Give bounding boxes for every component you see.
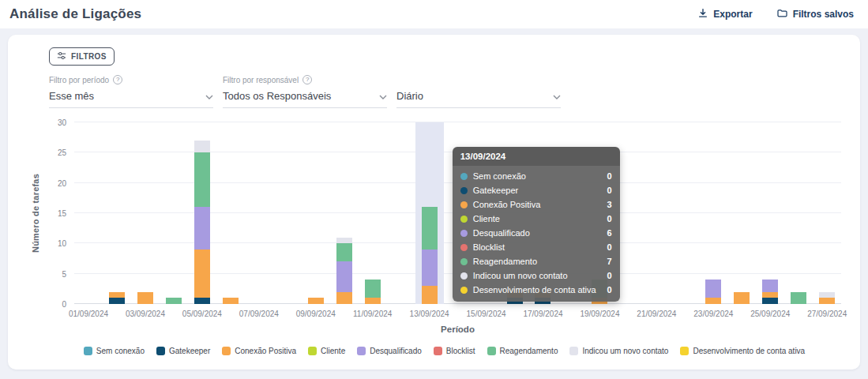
filter-period-select[interactable]: Esse mês (49, 90, 213, 108)
stacked-bar[interactable] (422, 207, 438, 304)
filter-responsible-label: Filtro por responsável ? (223, 75, 387, 84)
bar-segment[interactable] (705, 298, 721, 304)
filter-period-label: Filtro por período ? (49, 75, 213, 84)
bar-segment[interactable] (137, 292, 153, 304)
y-axis-title: Número de tarefas (31, 174, 40, 253)
x-tick: 27/09/2024 (813, 304, 841, 318)
y-tick-label: 25 (58, 148, 66, 157)
tooltip-series-label: Conexão Positiva (473, 200, 602, 209)
legend-item[interactable]: Desqualificado (357, 347, 422, 355)
x-axis-ticks: 01/09/202403/09/202405/09/202407/09/2024… (74, 304, 841, 318)
bar-slot[interactable] (216, 122, 245, 304)
bar-segment[interactable] (422, 250, 438, 286)
stacked-bar[interactable] (762, 280, 778, 304)
bar-segment[interactable] (166, 298, 182, 304)
legend-item[interactable]: Desenvolvimento de conta ativa (680, 347, 805, 355)
stacked-bar[interactable] (791, 292, 806, 304)
stacked-bar[interactable] (109, 292, 125, 304)
bar-segment[interactable] (194, 152, 210, 207)
bar-slot[interactable] (642, 122, 671, 304)
bar-segment[interactable] (194, 207, 210, 250)
stacked-bar[interactable] (705, 280, 721, 304)
stacked-bar[interactable] (137, 292, 153, 304)
bar-slot[interactable] (131, 122, 160, 304)
bar-segment[interactable] (422, 207, 438, 250)
bar-slot[interactable] (160, 122, 188, 304)
bar-segment[interactable] (194, 298, 210, 304)
bar-segment[interactable] (365, 298, 381, 304)
bar-segment[interactable] (109, 292, 125, 298)
bar-segment[interactable] (336, 243, 352, 261)
stacked-bar[interactable] (223, 298, 239, 304)
question-circle-icon[interactable]: ? (302, 75, 312, 84)
bar-slot[interactable] (727, 122, 756, 304)
y-tick-label: 0 (62, 300, 66, 309)
filters-button[interactable]: FILTROS (49, 47, 115, 66)
tooltip-series-label: Desenvolvimento de conta ativa (473, 285, 602, 295)
granularity-select[interactable]: Diário (396, 90, 561, 108)
legend-swatch (569, 347, 578, 355)
bar-segment[interactable] (194, 141, 210, 152)
question-circle-icon[interactable]: ? (113, 75, 122, 84)
legend-item[interactable]: Cliente (308, 347, 345, 355)
bar-slot[interactable] (756, 122, 784, 304)
bar-segment[interactable] (308, 298, 324, 304)
bar-segment[interactable] (819, 298, 835, 304)
bar-segment[interactable] (336, 238, 352, 244)
bar-slot[interactable] (273, 122, 302, 304)
bar-slot[interactable] (387, 122, 415, 304)
stacked-bar[interactable] (336, 238, 352, 304)
tooltip-series-dot (460, 187, 468, 194)
legend-item[interactable]: Indicou um novo contato (569, 347, 668, 355)
stacked-bar[interactable] (819, 292, 835, 304)
tooltip-series-value: 0 (607, 214, 612, 223)
filter-responsible-select[interactable]: Todos os Responsáveis (223, 90, 387, 108)
bar-segment[interactable] (194, 250, 210, 298)
tooltip-series-dot (460, 244, 468, 251)
bar-slot[interactable] (415, 122, 444, 304)
bar-segment[interactable] (819, 292, 835, 298)
legend-item[interactable]: Sem conexão (84, 347, 145, 355)
bar-slot[interactable] (813, 122, 841, 304)
stacked-bar[interactable] (166, 298, 182, 304)
bar-slot[interactable] (671, 122, 699, 304)
bar-slot[interactable] (103, 122, 131, 304)
bar-slot[interactable] (784, 122, 813, 304)
export-button[interactable]: Exportar (697, 8, 752, 21)
bar-slot[interactable] (699, 122, 727, 304)
bar-segment[interactable] (336, 292, 352, 304)
legend-swatch (434, 347, 442, 355)
bar-segment[interactable] (223, 298, 239, 304)
x-tick: 01/09/2024 (74, 304, 103, 318)
bar-segment[interactable] (734, 292, 750, 304)
y-tick-label: 15 (58, 209, 66, 218)
tooltip-series-value: 0 (607, 171, 612, 181)
bar-slot[interactable] (330, 122, 359, 304)
stacked-bar[interactable] (308, 298, 324, 304)
stacked-bar[interactable] (734, 292, 750, 304)
bar-segment[interactable] (762, 280, 778, 291)
bar-segment[interactable] (365, 280, 381, 298)
bar-segment[interactable] (705, 280, 721, 298)
stacked-bar[interactable] (365, 280, 381, 304)
legend-item[interactable]: Gatekeeper (156, 347, 210, 355)
bar-slot[interactable] (302, 122, 330, 304)
bar-segment[interactable] (791, 292, 806, 304)
bar-segment[interactable] (762, 292, 778, 298)
bar-slot[interactable] (188, 122, 216, 304)
bar-slot[interactable] (74, 122, 103, 304)
legend-item[interactable]: Reagendamento (487, 347, 558, 355)
bar-slot[interactable] (359, 122, 387, 304)
bar-segment[interactable] (336, 261, 352, 291)
bar-segment[interactable] (762, 298, 778, 304)
filter-responsible: Filtro por responsável ? Todos os Respon… (223, 75, 387, 108)
tooltip-series-value: 0 (607, 285, 612, 295)
legend-item[interactable]: Blocklist (434, 347, 475, 355)
bar-segment[interactable] (109, 298, 125, 304)
legend-item[interactable]: Conexão Positiva (222, 347, 296, 355)
chevron-down-icon (205, 90, 213, 102)
bar-segment[interactable] (422, 286, 438, 304)
saved-filters-button[interactable]: Filtros salvos (776, 8, 854, 21)
stacked-bar[interactable] (194, 141, 210, 304)
bar-slot[interactable] (245, 122, 273, 304)
